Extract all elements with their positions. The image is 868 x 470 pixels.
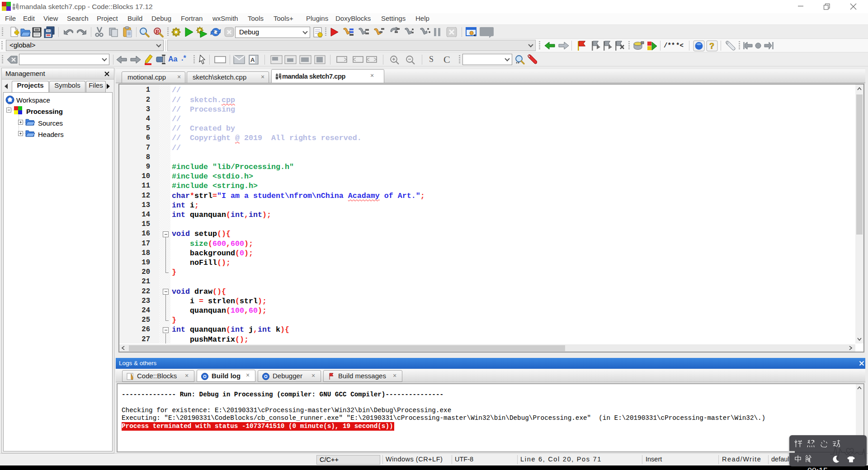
- svg-text:A: A: [250, 56, 255, 63]
- svg-text:?: ?: [709, 42, 714, 51]
